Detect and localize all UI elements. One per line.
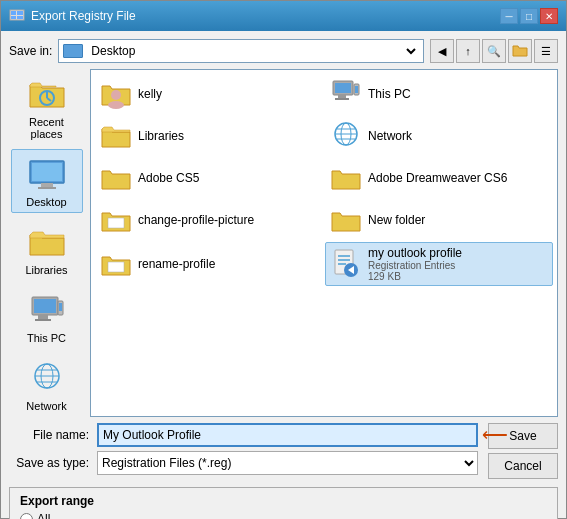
file-item-change-profile[interactable]: change-profile-picture <box>95 200 323 240</box>
export-registry-dialog: Export Registry File ─ □ ✕ Save in: Desk… <box>0 0 567 519</box>
dialog-content: Save in: Desktop ◀ ↑ 🔍 ☰ <box>1 31 566 519</box>
search-button[interactable]: 🔍 <box>482 39 506 63</box>
file-item-kelly[interactable]: kelly <box>95 74 323 114</box>
window-title: Export Registry File <box>31 9 136 23</box>
svg-rect-17 <box>59 303 62 311</box>
views-button[interactable]: ☰ <box>534 39 558 63</box>
radio-all-row: All <box>20 512 547 519</box>
svg-point-24 <box>108 101 124 109</box>
sidebar-item-desktop[interactable]: Desktop <box>11 149 83 213</box>
libraries-file-icon <box>100 120 132 152</box>
folder-icon-adobe-dreamweaver <box>330 162 362 194</box>
svg-rect-3 <box>11 16 16 19</box>
svg-rect-28 <box>335 98 349 100</box>
save-in-row: Save in: Desktop ◀ ↑ 🔍 ☰ <box>9 39 558 63</box>
filetype-select[interactable]: Registration Files (*.reg) <box>97 451 478 475</box>
reg-file-icon <box>330 248 362 280</box>
sidebar-item-libraries[interactable]: Libraries <box>11 217 83 281</box>
bottom-rows: File name: ⟵ Save as type: Registration … <box>9 423 558 479</box>
title-bar-controls: ─ □ ✕ <box>500 8 558 24</box>
export-range: Export range All Selected branch <box>9 487 558 519</box>
file-label-rename-profile: rename-profile <box>138 257 215 271</box>
sidebar-item-recent-places[interactable]: Recent places <box>11 69 83 145</box>
file-label-libraries: Libraries <box>138 129 184 143</box>
sidebar-item-this-pc[interactable]: This PC <box>11 285 83 349</box>
file-item-libraries[interactable]: Libraries <box>95 116 323 156</box>
sidebar-this-pc-label: This PC <box>27 332 66 344</box>
save-in-select[interactable]: Desktop <box>87 43 419 59</box>
minimize-button[interactable]: ─ <box>500 8 518 24</box>
file-label-change-profile: change-profile-picture <box>138 213 254 227</box>
this-pc-file-icon <box>330 78 362 110</box>
up-button[interactable]: ↑ <box>456 39 480 63</box>
cancel-button[interactable]: Cancel <box>488 453 558 479</box>
export-range-title: Export range <box>20 494 547 508</box>
svg-rect-11 <box>38 187 56 189</box>
toolbar-buttons: ◀ ↑ 🔍 ☰ <box>430 39 558 63</box>
filename-input-wrap: ⟵ <box>97 423 478 447</box>
sidebar-desktop-label: Desktop <box>26 196 66 208</box>
window-icon <box>9 7 25 26</box>
folder-icon-rename-profile <box>100 248 132 280</box>
svg-rect-10 <box>41 183 53 187</box>
radio-all[interactable] <box>20 513 33 520</box>
svg-rect-13 <box>34 299 56 313</box>
sidebar-libraries-label: Libraries <box>25 264 67 276</box>
file-item-network[interactable]: Network <box>325 116 553 156</box>
filetype-row: Save as type: Registration Files (*.reg) <box>9 451 478 475</box>
folder-icon-new <box>330 204 362 236</box>
filename-input[interactable] <box>97 423 478 447</box>
bottom-fields: File name: ⟵ Save as type: Registration … <box>9 423 478 475</box>
sidebar-recent-places-label: Recent places <box>14 116 80 140</box>
svg-rect-14 <box>38 315 48 319</box>
this-pc-icon <box>27 290 67 330</box>
svg-rect-27 <box>338 95 346 98</box>
svg-rect-2 <box>17 11 23 15</box>
title-bar: Export Registry File ─ □ ✕ <box>1 1 566 31</box>
file-item-this-pc[interactable]: This PC <box>325 74 553 114</box>
file-label-adobe-cs5: Adobe CS5 <box>138 171 199 185</box>
network-icon <box>27 358 67 398</box>
file-item-adobe-dreamweaver[interactable]: Adobe Dreamweaver CS6 <box>325 158 553 198</box>
folder-icon-adobe-cs5 <box>100 162 132 194</box>
bottom-area: File name: ⟵ Save as type: Registration … <box>9 423 558 519</box>
sidebar: Recent places Desktop <box>9 69 84 417</box>
svg-rect-15 <box>35 319 51 321</box>
svg-rect-26 <box>335 83 351 93</box>
svg-rect-30 <box>355 86 358 93</box>
svg-rect-36 <box>108 218 124 228</box>
filename-row: File name: ⟵ <box>9 423 478 447</box>
file-label-network: Network <box>368 129 412 143</box>
new-folder-button[interactable] <box>508 39 532 63</box>
file-label-my-outlook: my outlook profile Registration Entries1… <box>368 246 462 282</box>
folder-icon-change-profile <box>100 204 132 236</box>
file-area: kelly This PC <box>90 69 558 417</box>
back-button[interactable]: ◀ <box>430 39 454 63</box>
filetype-label: Save as type: <box>9 456 89 470</box>
recent-places-icon <box>27 74 67 114</box>
svg-rect-1 <box>11 11 16 15</box>
svg-rect-9 <box>32 163 62 181</box>
file-item-rename-profile[interactable]: rename-profile <box>95 242 323 286</box>
network-file-icon <box>330 120 362 152</box>
file-item-new-folder[interactable]: New folder <box>325 200 553 240</box>
file-item-my-outlook[interactable]: my outlook profile Registration Entries1… <box>325 242 553 286</box>
file-label-new-folder: New folder <box>368 213 425 227</box>
svg-rect-4 <box>17 16 23 19</box>
filename-label: File name: <box>9 428 89 442</box>
radio-all-label: All <box>37 512 50 519</box>
sidebar-network-label: Network <box>26 400 66 412</box>
close-button[interactable]: ✕ <box>540 8 558 24</box>
file-label-adobe-dreamweaver: Adobe Dreamweaver CS6 <box>368 171 507 185</box>
save-in-folder-icon <box>63 44 83 58</box>
sidebar-item-network[interactable]: Network <box>11 353 83 417</box>
file-item-adobe-cs5[interactable]: Adobe CS5 <box>95 158 323 198</box>
maximize-button[interactable]: □ <box>520 8 538 24</box>
main-area: Recent places Desktop <box>9 69 558 417</box>
save-in-label: Save in: <box>9 44 52 58</box>
svg-point-23 <box>111 90 121 100</box>
file-label-this-pc: This PC <box>368 87 411 101</box>
save-in-combo[interactable]: Desktop <box>58 39 424 63</box>
user-folder-icon <box>100 78 132 110</box>
svg-rect-37 <box>108 262 124 272</box>
